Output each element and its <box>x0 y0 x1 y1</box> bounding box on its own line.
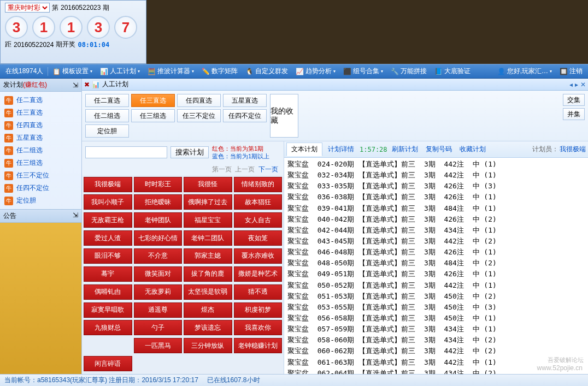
tb-calculator[interactable]: 🧮推波计算器▾ <box>144 67 197 76</box>
tb-verify[interactable]: 📘大底验证 <box>431 67 474 76</box>
copy-numbers-link[interactable]: 复制号码 <box>422 145 455 154</box>
plan-cell-33[interactable]: 勺子 <box>134 320 183 335</box>
category-5[interactable]: 任三组选 <box>131 109 175 122</box>
category-8[interactable]: 定位胆 <box>85 124 129 138</box>
tb-greeting[interactable]: 👤您好,玩家汇…▾ <box>494 67 555 76</box>
tb-combo[interactable]: ⬛组号合集▾ <box>340 67 386 76</box>
favorites-button[interactable]: 我的收藏 <box>270 94 298 138</box>
plan-cell-11[interactable]: 女人自古 <box>234 212 283 228</box>
tb-logout[interactable]: 🔲注销 <box>556 67 586 76</box>
category-4[interactable]: 任二组选 <box>85 109 129 122</box>
plan-cell-6[interactable]: 俄啊摔了过去 <box>184 194 232 210</box>
plan-cell-23[interactable]: 撒娇是种艺术 <box>234 266 283 282</box>
favorite-plan-link[interactable]: 收藏计划 <box>456 145 489 154</box>
category-0[interactable]: 任二直选 <box>85 94 129 107</box>
plan-cell-24[interactable]: 偶嘚钆甴 <box>84 284 132 300</box>
plan-cell-35[interactable]: 我喜欢你 <box>234 320 283 335</box>
union-button[interactable]: 并集 <box>563 108 585 120</box>
subtab-plan-detail[interactable]: 计划详情 <box>324 143 358 156</box>
plan-cell-13[interactable]: 七彩的好心情 <box>134 230 183 246</box>
plan-cell-0[interactable]: 我很极端 <box>84 177 132 192</box>
plan-cell-30[interactable]: 煜杰 <box>184 302 232 318</box>
plan-cell-34[interactable]: 梦该遗忘 <box>184 320 232 335</box>
category-1[interactable]: 任三直选 <box>131 94 175 107</box>
plan-cell-22[interactable]: 拔了角的鹿 <box>184 266 232 282</box>
plan-cell-4[interactable]: 我叫小顺子 <box>84 194 132 210</box>
sidebar-item-8[interactable]: 牛定位胆 <box>0 194 81 207</box>
plan-cell-10[interactable]: 福星宝宝 <box>184 212 232 228</box>
data-row-3: 聚宝盆 036-038期 【直选单式】前三 3期 426注 中 (1) <box>287 192 585 203</box>
plan-cell-40[interactable]: 闲言碎语 <box>84 356 132 371</box>
plan-cell-18[interactable]: 郭家主媳 <box>184 248 232 264</box>
tab-next-icon[interactable]: ▸ <box>575 81 578 88</box>
sidebar-item-1[interactable]: 牛任三直选 <box>0 106 81 119</box>
tb-stitch[interactable]: 🔧万能拼接 <box>387 67 430 76</box>
tb-manual-plan[interactable]: 📊人工计划▾ <box>97 67 143 76</box>
plan-cell-9[interactable]: 老钟团队 <box>134 212 183 228</box>
plan-cell-7[interactable]: 赦本猖狂 <box>234 194 283 210</box>
ball-4: 3 <box>87 16 110 39</box>
tb-matrix[interactable]: ✏️数字矩阵 <box>198 67 241 76</box>
plan-cell-39[interactable]: 老钟稳赚计划 <box>234 338 283 353</box>
plan-cell-2[interactable]: 我很怪 <box>184 177 232 192</box>
plan-cell-29[interactable]: 逍遥尊 <box>134 302 183 318</box>
search-button[interactable]: 搜索计划 <box>170 146 209 158</box>
category-7[interactable]: 任四不定位 <box>223 109 267 122</box>
plan-cell-14[interactable]: 老钟二团队 <box>184 230 232 246</box>
plan-cell-38[interactable]: 三分钟放纵 <box>184 338 232 353</box>
announce-pin-icon[interactable]: ⇲ <box>73 211 78 221</box>
pin-icon[interactable]: ⇲ <box>73 81 78 89</box>
plan-cell-20[interactable]: 蓦宇 <box>84 266 132 282</box>
plan-cell-21[interactable]: 微笑面对 <box>134 266 183 282</box>
plan-cell-32[interactable]: 九狼财总 <box>84 320 132 335</box>
plan-cell-12[interactable]: 爱过人渣 <box>84 230 132 246</box>
plan-text-list[interactable]: 聚宝盆 024-020期 【直选单式】前三 3期 442注 中 (1)聚宝盆 0… <box>284 158 588 374</box>
subtab-text-plan[interactable]: 文本计划 <box>286 142 322 156</box>
sidebar-item-0[interactable]: 牛任二直选 <box>0 94 81 106</box>
plan-cell-36 <box>84 338 132 353</box>
intersect-button[interactable]: 交集 <box>563 94 585 106</box>
tb-template[interactable]: 📋模板设置▾ <box>49 67 96 76</box>
sidebar-item-5[interactable]: 牛任三组选 <box>0 157 81 169</box>
ball-1: 3 <box>5 16 28 39</box>
plan-cell-37[interactable]: 一匹黑马 <box>134 338 183 353</box>
badge-icon: 牛 <box>4 171 13 180</box>
category-3[interactable]: 五星直选 <box>223 94 267 107</box>
sidebar-item-3[interactable]: 牛五星直选 <box>0 132 81 144</box>
category-2[interactable]: 任四直选 <box>177 94 221 107</box>
pager-next[interactable]: 下一页 <box>258 165 278 173</box>
plan-cell-25[interactable]: 无敌萝莉 <box>134 284 183 300</box>
category-6[interactable]: 任三不定位 <box>177 109 221 122</box>
data-row-7: 聚宝盆 043-045期 【直选单式】前三 3期 442注 中 (2) <box>287 236 585 247</box>
plan-cell-1[interactable]: 时时彩王 <box>134 177 183 192</box>
plan-cell-17[interactable]: 不介意 <box>134 248 183 264</box>
close-tab-icon[interactable]: ✖ <box>84 81 90 88</box>
plan-cell-8[interactable]: 无敌霸王枪 <box>84 212 132 228</box>
tb-group-send[interactable]: 🐧自定义群发 <box>242 67 291 76</box>
lottery-select[interactable]: 重庆时时彩 <box>5 3 50 13</box>
plan-cell-15[interactable]: 夜如笼 <box>234 230 283 246</box>
plan-cell-19[interactable]: 覆水亦难收 <box>234 248 283 264</box>
sidebar-item-7[interactable]: 牛任四不定位 <box>0 182 81 194</box>
data-row-1: 聚宝盆 032-034期 【直选单式】前三 3期 442注 中 (1) <box>287 170 585 181</box>
plan-cell-3[interactable]: 情绪别致的 <box>234 177 283 192</box>
main-toolbar: 在线18974人 📋模板设置▾ 📊人工计划▾ 🧮推波计算器▾ ✏️数字矩阵 🐧自… <box>0 64 588 79</box>
plan-cell-26[interactable]: 太坚强是软弱 <box>184 284 232 300</box>
badge-icon: 牛 <box>4 146 13 155</box>
sidebar-item-2[interactable]: 牛任四直选 <box>0 119 81 132</box>
plan-cell-5[interactable]: 拒绝暧昧 <box>134 194 183 210</box>
plan-cell-16[interactable]: 眼泪不够 <box>84 248 132 264</box>
plan-cell-28[interactable]: 寂寞早唱歌 <box>84 302 132 318</box>
refresh-plan-link[interactable]: 刷新计划 <box>389 145 421 154</box>
tab-close-all-icon[interactable]: ✕ <box>580 81 586 88</box>
sidebar-item-6[interactable]: 牛任三不定位 <box>0 169 81 182</box>
sidebar-item-4[interactable]: 牛任二组选 <box>0 144 81 157</box>
tb-trend[interactable]: 📈趋势分析▾ <box>292 67 339 76</box>
plan-cell-31[interactable]: 枳虔初梦 <box>234 302 283 318</box>
data-row-10: 聚宝盆 049-051期 【直选单式】前三 3期 426注 中 (1) <box>287 269 585 280</box>
search-input[interactable] <box>85 146 167 158</box>
plan-cell-27[interactable]: 猜不透 <box>234 284 283 300</box>
data-row-5: 聚宝盆 040-042期 【直选单式】前三 3期 426注 中 (2) <box>287 214 585 225</box>
tab-title: 人工计划 <box>102 80 128 89</box>
tab-prev-icon[interactable]: ◂ <box>569 81 573 88</box>
